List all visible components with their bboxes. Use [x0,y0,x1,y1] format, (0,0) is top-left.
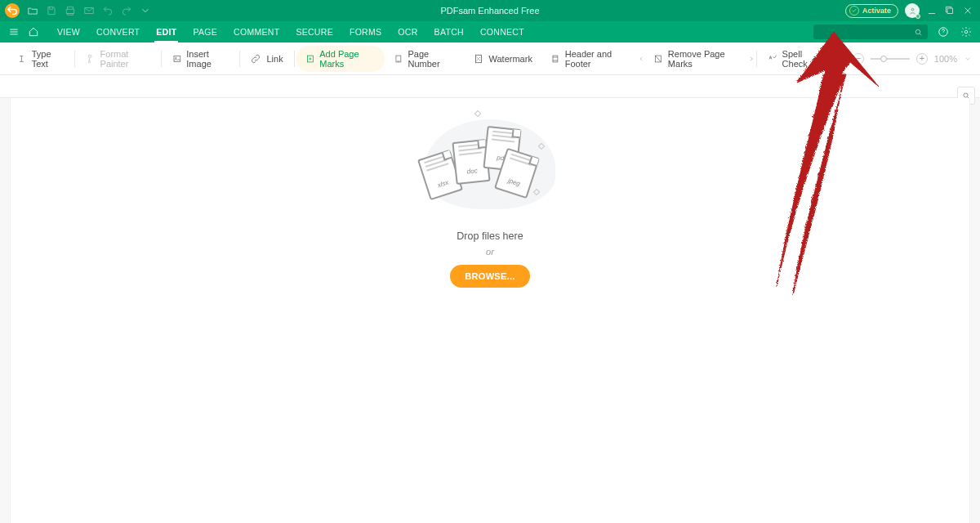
main-navbar: VIEW CONVERT EDIT PAGE COMMENT SECURE FO… [0,21,980,42]
svg-rect-4 [174,56,180,61]
svg-rect-9 [553,56,558,62]
header-footer-button[interactable]: Header and Footer [541,46,638,72]
nav-tabs: VIEW CONVERT EDIT PAGE COMMENT SECURE FO… [49,21,532,42]
svg-point-11 [964,93,968,97]
tab-secure[interactable]: SECURE [287,21,341,42]
watermark-label: Watermark [489,54,532,64]
divider [161,51,162,67]
edit-ribbon: Type Text Format Painter Insert Image Li… [0,42,980,75]
divider [239,51,240,67]
email-icon[interactable] [83,5,95,16]
zoom-controls: − + 100% [853,53,972,65]
spell-check-label: Spell Check [782,49,822,69]
format-painter-button[interactable]: Format Painter [77,46,159,72]
settings-gear-icon[interactable] [959,25,973,39]
dropzone-text: Drop files here [384,230,596,242]
header-footer-label: Header and Footer [565,49,629,69]
home-icon[interactable] [26,25,41,39]
tab-page[interactable]: PAGE [185,21,225,42]
divider [74,51,75,67]
zoom-out-button[interactable]: − [853,53,864,65]
dropzone-illustration-icon: xlsx doc pdf jpeg [384,111,596,226]
status-dot-icon [915,14,920,19]
type-text-button[interactable]: Type Text [8,46,73,72]
activate-button[interactable]: Activate [845,4,898,18]
type-text-label: Type Text [32,49,64,69]
minimize-icon[interactable] [926,5,938,16]
zoom-dropdown-icon[interactable] [964,55,972,63]
dropzone[interactable]: xlsx doc pdf jpeg Drop files here or BRO… [384,111,596,288]
open-file-icon[interactable] [27,5,38,16]
activate-label: Activate [862,7,891,15]
redo-icon[interactable] [121,5,132,16]
browse-button[interactable]: BROWSE... [450,265,529,288]
page-number-button[interactable]: Page Number [385,46,464,72]
insert-image-label: Insert Image [186,49,228,69]
format-painter-label: Format Painter [100,49,150,69]
svg-point-1 [915,29,920,34]
document-tab-bar [0,75,980,98]
dropzone-or-text: or [384,247,596,257]
page-number-label: Page Number [408,49,455,69]
zoom-in-button[interactable]: + [916,53,928,65]
insert-image-button[interactable]: Insert Image [163,46,238,72]
divider [756,51,757,67]
tab-forms[interactable]: FORMS [341,21,390,42]
check-circle-icon [849,6,859,16]
tab-comment[interactable]: COMMENT [225,21,287,42]
document-canvas: xlsx doc pdf jpeg Drop files here or BRO… [10,98,970,523]
remove-page-marks-label: Remove Page Marks [668,49,739,69]
save-icon[interactable] [46,5,57,16]
print-icon[interactable] [65,5,76,16]
close-icon[interactable] [962,5,973,16]
title-bar: PDFsam Enhanced Free Activate [0,0,980,21]
profile-avatar[interactable] [905,3,920,18]
add-page-marks-button[interactable]: Add Page Marks [296,46,385,72]
svg-point-0 [911,8,914,11]
help-icon[interactable] [936,25,951,39]
more-vertical-icon[interactable]: ⋮ [831,52,853,65]
svg-point-3 [964,30,968,34]
add-page-marks-label: Add Page Marks [319,49,375,69]
link-button[interactable]: Link [241,46,292,72]
remove-page-marks-button[interactable]: Remove Page Marks [644,46,747,72]
tab-convert[interactable]: CONVERT [88,21,148,42]
zoom-value: 100% [934,54,957,64]
link-label: Link [266,54,283,64]
zoom-slider[interactable] [871,58,910,60]
app-logo-icon [5,3,20,18]
maximize-icon[interactable] [944,5,956,16]
tab-connect[interactable]: CONNECT [472,21,532,42]
tab-batch[interactable]: BATCH [426,21,472,42]
quick-access-dropdown-icon[interactable] [140,5,151,16]
watermark-button[interactable]: Watermark [464,46,541,72]
tab-view[interactable]: VIEW [49,21,88,42]
chevron-left-icon[interactable] [638,55,645,63]
search-input[interactable] [813,25,928,39]
tab-edit[interactable]: EDIT [148,21,185,42]
undo-icon[interactable] [102,5,114,16]
spell-check-button[interactable]: Spell Check [759,46,831,72]
tab-ocr[interactable]: OCR [390,21,425,42]
search-icon [914,28,923,37]
hamburger-menu-icon[interactable] [7,25,21,39]
chevron-right-icon[interactable] [748,55,755,63]
divider [294,51,295,67]
